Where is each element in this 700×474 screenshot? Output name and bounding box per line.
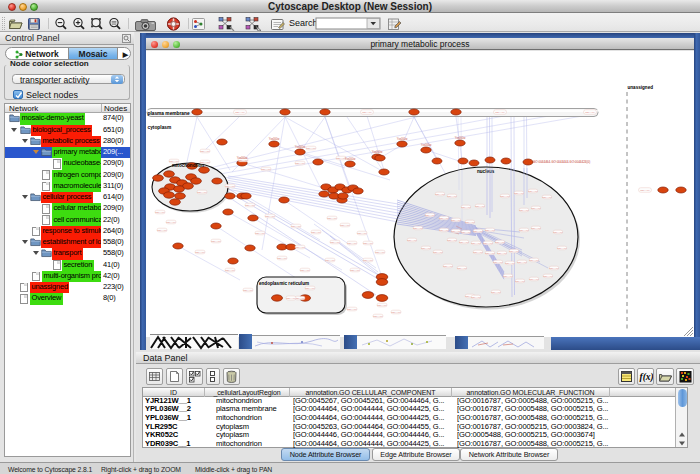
svg-text:GO:—(0): GO:—(0) [433,251,443,253]
svg-text:GO:—(0): GO:—(0) [295,246,305,248]
svg-text:GO:—(0): GO:—(0) [493,261,503,263]
svg-text:GO:—(0): GO:—(0) [200,161,210,163]
svg-text:GO:—(0): GO:—(0) [350,269,360,271]
svg-text:GO:—(0): GO:—(0) [340,224,350,226]
svg-text:f(x): f(x) [640,372,654,383]
svg-text:GO:—(0): GO:—(0) [497,252,507,254]
svg-text:GO:—(0): GO:—(0) [495,241,505,243]
svg-text:unassigned: unassigned [628,85,654,90]
svg-text:Yxx000w: Yxx000w [455,136,466,140]
svg-text:GO:—(0): GO:—(0) [519,209,529,211]
svg-text:GO:—(0): GO:—(0) [363,259,373,261]
svg-text:GO:—(0): GO:—(0) [362,111,372,113]
svg-text:GO:—(0): GO:—(0) [473,251,483,253]
svg-text:GO:—(0): GO:—(0) [457,267,467,269]
svg-text:GO:—(0): GO:—(0) [391,311,401,313]
svg-text:GO:—(0): GO:—(0) [451,230,461,232]
svg-text:GO:—(0): GO:—(0) [640,189,650,191]
svg-text:GO:—(0): GO:—(0) [500,195,510,197]
svg-text:GO:—(0): GO:—(0) [421,247,431,249]
svg-text:GO:—(0): GO:—(0) [225,269,235,271]
svg-text:GO:—(0): GO:—(0) [529,259,539,261]
svg-text:GO:—(0): GO:—(0) [327,217,337,219]
svg-text:GO:—(0): GO:—(0) [459,241,469,243]
svg-text:GO:—(0): GO:—(0) [503,275,513,277]
svg-text:GO:—(0): GO:—(0) [295,162,305,164]
svg-text:GO:—(0): GO:—(0) [491,291,501,293]
svg-text:GO:—(0): GO:—(0) [585,111,595,113]
svg-text:GO:—(0): GO:—(0) [347,308,357,310]
svg-text:GO:—(0): GO:—(0) [509,250,519,252]
svg-text:Yxx000w: Yxx000w [421,143,432,147]
svg-text:GO:—(0): GO:—(0) [311,231,321,233]
svg-text:GO:—(0): GO:—(0) [197,191,207,193]
svg-text:GO:—(0): GO:—(0) [505,262,515,264]
svg-text:GO:—(0): GO:—(0) [200,150,210,152]
svg-text:GO:—(0): GO:—(0) [286,297,296,299]
svg-text:Yxx000w: Yxx000w [397,137,408,141]
svg-text:endoplasmic reticulum: endoplasmic reticulum [259,281,309,286]
svg-text:GO:—(0): GO:—(0) [515,280,525,282]
svg-text:GO:—(0): GO:—(0) [465,221,475,223]
svg-text:GO:—(0): GO:—(0) [439,217,449,219]
svg-text:GO:—(0): GO:—(0) [514,192,524,194]
svg-text:GO:—(0): GO:—(0) [471,242,481,244]
svg-text:GO:—(0): GO:—(0) [265,215,275,217]
svg-text:GO:—(0): GO:—(0) [300,269,310,271]
svg-text:GO:—(0): GO:—(0) [531,227,541,229]
svg-text:GO:—(0): GO:—(0) [483,242,493,244]
svg-text:GO:—(0): GO:—(0) [447,239,457,241]
svg-text:GO:—(0): GO:—(0) [255,232,265,234]
svg-text:plasma membrane: plasma membrane [148,111,190,116]
svg-text:GO:—(0): GO:—(0) [325,259,335,261]
svg-text:GO:—(0): GO:—(0) [549,267,559,269]
svg-text:GO:—(0): GO:—(0) [305,287,315,289]
svg-text:GO:—(0): GO:—(0) [461,206,471,208]
svg-text:GO:—(0): GO:—(0) [542,196,552,198]
svg-text:GO:—(0): GO:—(0) [495,111,505,113]
svg-text:GO:—(0): GO:—(0) [347,242,357,244]
svg-text:GO:—(0): GO:—(0) [375,251,385,253]
svg-text:GO:—(0): GO:—(0) [461,231,471,233]
svg-text:GO:—(0): GO:—(0) [475,205,485,207]
svg-text:GO:—(0): GO:—(0) [211,240,221,242]
svg-text:GO:—(0): GO:—(0) [357,232,367,234]
svg-text:GO:—(0): GO:—(0) [363,242,373,244]
svg-text:Yxx000w: Yxx000w [345,157,356,161]
svg-text:GO:0044464-GO:0044444-GO:00444: GO:0044464-GO:0044444-GO:0044424(0) [533,160,590,164]
svg-text:GO:—(0): GO:—(0) [435,193,445,195]
svg-text:GO:—(0): GO:—(0) [443,265,453,267]
svg-text:mitochondrion: mitochondrion [172,163,204,168]
svg-text:GO:—(0): GO:—(0) [447,195,457,197]
svg-text:GO:—(0): GO:—(0) [425,214,435,216]
svg-text:GO:—(0): GO:—(0) [471,296,481,298]
svg-text:GO:—(0): GO:—(0) [373,315,383,317]
svg-text:GO:—(0): GO:—(0) [261,168,271,170]
svg-text:GO:—(0): GO:—(0) [169,160,179,162]
svg-text:GO:—(0): GO:—(0) [473,230,483,232]
svg-text:GO:—(0): GO:—(0) [519,229,529,231]
svg-text:GO:—(0): GO:—(0) [225,185,235,187]
svg-text:GO:—(0): GO:—(0) [195,251,205,253]
svg-text:GO:—(0): GO:—(0) [413,227,423,229]
svg-text:GO:—(0): GO:—(0) [543,275,553,277]
svg-text:GO:—(0): GO:—(0) [277,257,287,259]
svg-text:GO:—(0): GO:—(0) [407,239,417,241]
svg-text:GO:—(0): GO:—(0) [439,229,449,231]
svg-text:GO:—(0): GO:—(0) [529,278,539,280]
svg-text:GO:—(0): GO:—(0) [157,229,167,231]
svg-text:Yxx000w: Yxx000w [295,145,306,149]
svg-text:GO:—(0): GO:—(0) [517,261,527,263]
svg-text:GO:—(0): GO:—(0) [451,219,461,221]
svg-text:GO:—(0): GO:—(0) [377,304,387,306]
svg-text:GO:—(0): GO:—(0) [557,247,567,249]
svg-text:GO:—(0): GO:—(0) [528,190,538,192]
svg-text:GO:—(0): GO:—(0) [291,225,301,227]
svg-text:GO:—(0): GO:—(0) [295,297,305,299]
svg-text:GO:—(0): GO:—(0) [485,229,495,231]
svg-text:GO:—(0): GO:—(0) [485,252,495,254]
svg-text:GO:—(0): GO:—(0) [235,111,245,113]
svg-text:Yxx000w: Yxx000w [372,150,383,154]
svg-text:GO:—(0): GO:—(0) [155,211,165,213]
svg-text:cytoplasm: cytoplasm [148,125,172,130]
